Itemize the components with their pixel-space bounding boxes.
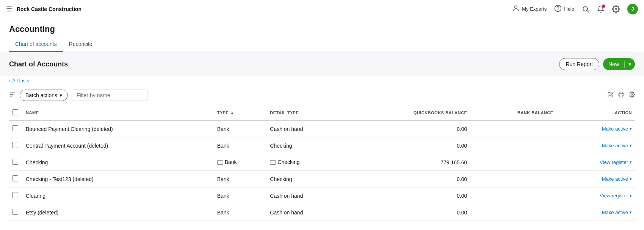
cell-action-5: Make active ▾	[556, 204, 635, 221]
all-lists-link[interactable]: ‹ All Lists	[0, 76, 644, 85]
run-report-button[interactable]: Run Report	[559, 58, 599, 70]
col-header-name: NAME	[23, 106, 214, 120]
chevron-left-icon: ‹	[9, 78, 11, 83]
cell-type-0: Bank	[214, 120, 267, 137]
cell-bank-balance-2	[470, 154, 556, 171]
new-button-arrow-icon[interactable]: ▾	[625, 61, 635, 67]
toolbar: Batch actions ▾	[0, 85, 644, 106]
action-arrow-icon-2[interactable]: ▾	[630, 160, 632, 165]
cell-action-1: Make active ▾	[556, 137, 635, 154]
table-row: Checking Bank Checking 779,165.60 View r…	[9, 154, 635, 171]
page-title: Accounting	[9, 24, 635, 34]
row-checkbox-0[interactable]	[12, 125, 18, 131]
my-experts-label: My Experts	[522, 6, 547, 12]
svg-rect-9	[620, 95, 623, 97]
cell-qb-balance-5: 0.00	[347, 204, 470, 221]
row-checkbox-1[interactable]	[12, 142, 18, 148]
cell-type-3: Bank	[214, 171, 267, 187]
search-nav[interactable]	[582, 5, 589, 13]
help-label: Help	[564, 6, 574, 12]
action-button-4[interactable]: View register ▾	[559, 193, 632, 198]
top-nav-left: ☰ Rock Castle Construction	[6, 5, 81, 13]
help-nav[interactable]: Help	[554, 5, 574, 13]
help-icon	[554, 5, 562, 13]
row-checkbox-5[interactable]	[12, 209, 18, 215]
cell-detail-type-5: Cash on hand	[267, 204, 347, 221]
cell-bank-balance-5	[470, 204, 556, 221]
cell-qb-balance-4: 0.00	[347, 187, 470, 204]
svg-point-0	[515, 6, 517, 8]
action-button-0[interactable]: Make active ▾	[559, 126, 632, 132]
row-checkbox-4[interactable]	[12, 192, 18, 198]
cell-name-0: Bounced Payment Clearing (deleted)	[23, 120, 214, 137]
top-nav-right: My Experts Help J	[512, 4, 638, 14]
new-button[interactable]: New ▾	[603, 58, 635, 70]
cell-bank-balance-0	[470, 120, 556, 137]
col-header-detail-type: DETAIL TYPE	[267, 106, 347, 120]
batch-actions-button[interactable]: Batch actions ▾	[20, 90, 68, 101]
section-title: Chart of Accounts	[9, 60, 68, 68]
cell-name-2: Checking	[23, 154, 214, 171]
table-row: Central Payment Account (deleted) Bank C…	[9, 137, 635, 154]
new-button-label: New	[603, 61, 624, 67]
cell-qb-balance-1: 0.00	[347, 137, 470, 154]
type-sort-icon: ▲	[230, 110, 234, 115]
action-button-2[interactable]: View register ▾	[559, 159, 632, 165]
cell-type-5: Bank	[214, 204, 267, 221]
action-arrow-icon-4[interactable]: ▾	[630, 193, 632, 198]
cell-action-3: Make active ▾	[556, 171, 635, 187]
my-experts-nav[interactable]: My Experts	[512, 5, 547, 13]
cell-qb-balance-2: 779,165.60	[347, 154, 470, 171]
cell-name-3: Checking - Test123 (deleted)	[23, 171, 214, 187]
cell-detail-type-4: Cash on hand	[267, 187, 347, 204]
action-button-5[interactable]: Make active ▾	[559, 210, 632, 215]
edit-icon[interactable]	[608, 91, 614, 99]
cell-bank-balance-3	[470, 171, 556, 187]
print-icon[interactable]	[618, 91, 624, 99]
action-arrow-icon-1[interactable]: ▾	[630, 143, 632, 148]
avatar[interactable]: J	[627, 4, 638, 14]
filter-input[interactable]	[72, 90, 147, 101]
notification-nav[interactable]	[597, 5, 605, 13]
action-arrow-icon-0[interactable]: ▾	[630, 126, 632, 131]
svg-point-10	[631, 94, 633, 95]
hamburger-icon[interactable]: ☰	[6, 5, 12, 13]
cell-name-4: Clearing	[23, 187, 214, 204]
app-name: Rock Castle Construction	[17, 6, 81, 12]
action-button-3[interactable]: Make active ▾	[559, 176, 632, 182]
svg-rect-13	[270, 161, 276, 165]
table-row: Checking - Test123 (deleted) Bank Checki…	[9, 171, 635, 187]
table-header: NAME TYPE ▲ DETAIL TYPE QUICKBOOKS BALAN…	[9, 106, 635, 120]
tab-reconcile[interactable]: Reconcile	[63, 37, 98, 52]
cell-bank-balance-1	[470, 137, 556, 154]
page-header: Accounting Chart of accounts Reconcile	[0, 18, 644, 52]
cell-qb-balance-0: 0.00	[347, 120, 470, 137]
batch-actions-arrow-icon: ▾	[60, 92, 62, 98]
cell-action-0: Make active ▾	[556, 120, 635, 137]
settings-icon	[612, 5, 620, 13]
sort-icon[interactable]	[9, 91, 16, 100]
cell-name-5: Etsy (deleted)	[23, 204, 214, 221]
action-button-1[interactable]: Make active ▾	[559, 143, 632, 148]
cell-detail-type-3: Checking	[267, 171, 347, 187]
col-header-bank-balance: BANK BALANCE	[470, 106, 556, 120]
settings-nav[interactable]	[612, 5, 620, 13]
row-checkbox-3[interactable]	[12, 175, 18, 181]
svg-rect-11	[217, 161, 223, 165]
select-all-checkbox[interactable]	[12, 109, 18, 115]
action-arrow-icon-5[interactable]: ▾	[630, 210, 632, 215]
top-nav: ☰ Rock Castle Construction My Experts He…	[0, 0, 644, 18]
cell-detail-type-1: Checking	[267, 137, 347, 154]
section-actions: Run Report New ▾	[559, 58, 635, 70]
action-arrow-icon-3[interactable]: ▾	[630, 176, 632, 181]
table-row: Etsy (deleted) Bank Cash on hand 0.00 Ma…	[9, 204, 635, 221]
cell-detail-type-2: Checking	[267, 154, 347, 171]
settings-table-icon[interactable]	[629, 91, 635, 99]
cell-bank-balance-4	[470, 187, 556, 204]
tab-chart-of-accounts[interactable]: Chart of accounts	[9, 37, 63, 52]
table-row: Bounced Payment Clearing (deleted) Bank …	[9, 120, 635, 137]
cell-detail-type-0: Cash on hand	[267, 120, 347, 137]
col-header-type[interactable]: TYPE ▲	[214, 106, 267, 120]
row-checkbox-2[interactable]	[12, 159, 18, 165]
cell-action-4: View register ▾	[556, 187, 635, 204]
